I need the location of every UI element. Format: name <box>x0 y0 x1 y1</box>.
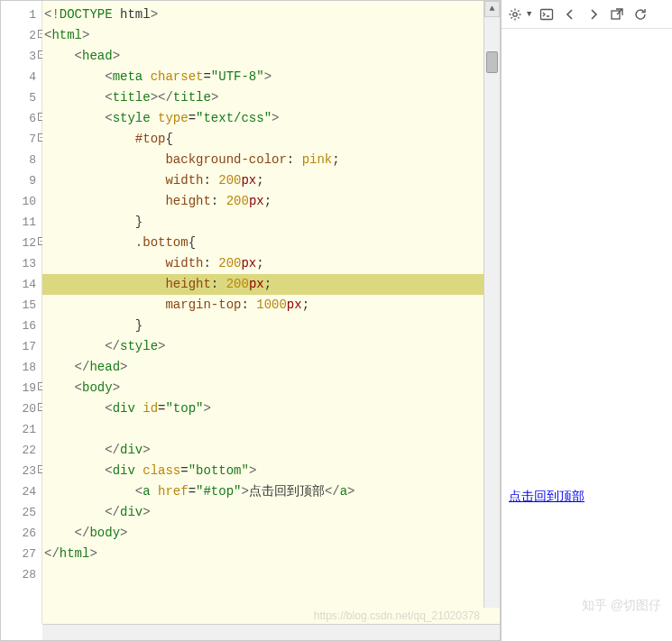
line-number[interactable]: 5 <box>1 87 41 108</box>
code-line[interactable]: <meta charset="UTF-8"> <box>42 67 500 87</box>
code-line[interactable]: <head> <box>42 46 500 67</box>
code-line[interactable]: <html> <box>42 25 500 46</box>
back-icon[interactable] <box>562 6 578 23</box>
line-number[interactable]: 3− <box>1 46 41 67</box>
line-number[interactable]: 27 <box>1 544 41 564</box>
line-number[interactable]: 14 <box>1 274 41 295</box>
code-line[interactable] <box>42 564 500 585</box>
line-number[interactable]: 15 <box>1 295 41 316</box>
code-line[interactable]: <a href="#top">点击回到顶部</a> <box>42 481 500 502</box>
svg-point-0 <box>513 12 517 15</box>
code-line[interactable]: <title></title> <box>42 87 500 108</box>
line-number[interactable]: 26 <box>1 523 41 544</box>
code-line[interactable]: height: 200px; <box>42 191 500 212</box>
line-number[interactable]: 9 <box>1 170 41 191</box>
line-number[interactable]: 12− <box>1 233 41 253</box>
line-number[interactable]: 4 <box>1 67 41 87</box>
editor-body: 12−3−456−7−89101112−13141516171819−20−21… <box>1 1 500 624</box>
svg-rect-2 <box>612 11 620 19</box>
scrollbar-thumb[interactable] <box>486 51 498 73</box>
settings-icon[interactable] <box>507 6 523 23</box>
line-number[interactable]: 11 <box>1 212 41 233</box>
line-number[interactable]: 25 <box>1 502 41 523</box>
preview-panel: ▼ 点击回到顶部 知乎 @切图仔 <box>501 0 672 641</box>
code-line[interactable]: height: 200px; <box>42 274 500 295</box>
code-line[interactable]: </div> <box>42 502 500 523</box>
line-number[interactable]: 6− <box>1 108 41 129</box>
code-line[interactable]: </html> <box>42 544 500 564</box>
editor-panel: 12−3−456−7−89101112−13141516171819−20−21… <box>0 0 501 641</box>
code-line[interactable]: </style> <box>42 336 500 357</box>
code-line[interactable]: </div> <box>42 440 500 461</box>
code-line[interactable]: </body> <box>42 523 500 544</box>
line-number[interactable]: 2− <box>1 25 41 46</box>
horizontal-scrollbar[interactable] <box>42 624 500 640</box>
code-line[interactable]: <div id="top"> <box>42 398 500 419</box>
ide-container: 12−3−456−7−89101112−13141516171819−20−21… <box>0 0 672 641</box>
code-line[interactable]: </head> <box>42 357 500 378</box>
refresh-icon[interactable] <box>632 6 649 23</box>
line-number[interactable]: 22 <box>1 440 41 461</box>
watermark-zhihu: 知乎 @切图仔 <box>582 598 661 614</box>
back-to-top-link[interactable]: 点击回到顶部 <box>509 489 585 505</box>
line-number[interactable]: 20− <box>1 398 41 419</box>
line-number[interactable]: 21 <box>1 419 41 440</box>
code-line[interactable]: <body> <box>42 378 500 398</box>
vertical-scrollbar[interactable]: ▲ <box>483 1 500 608</box>
line-number[interactable]: 1 <box>1 5 41 25</box>
code-line[interactable]: } <box>42 316 500 336</box>
svg-rect-1 <box>541 9 553 19</box>
scroll-up-arrow[interactable]: ▲ <box>484 1 500 17</box>
code-line[interactable]: .bottom{ <box>42 233 500 253</box>
code-line[interactable]: } <box>42 212 500 233</box>
code-line[interactable]: background-color: pink; <box>42 150 500 170</box>
line-number[interactable]: 13 <box>1 253 41 274</box>
code-line[interactable]: <!DOCTYPE html> <box>42 5 500 25</box>
line-number[interactable]: 18 <box>1 357 41 378</box>
line-number[interactable]: 7− <box>1 129 41 150</box>
line-number[interactable]: 17 <box>1 336 41 357</box>
line-number[interactable]: 8 <box>1 150 41 170</box>
code-line[interactable]: #top{ <box>42 129 500 150</box>
gutter: 12−3−456−7−89101112−13141516171819−20−21… <box>1 1 42 624</box>
code-line[interactable]: width: 200px; <box>42 170 500 191</box>
chevron-down-icon[interactable]: ▼ <box>527 10 531 19</box>
external-icon[interactable] <box>609 6 625 23</box>
console-icon[interactable] <box>539 6 555 23</box>
line-number[interactable]: 23− <box>1 461 41 481</box>
code-line[interactable] <box>42 419 500 440</box>
line-number[interactable]: 16 <box>1 316 41 336</box>
line-number[interactable]: 24 <box>1 481 41 502</box>
line-number[interactable]: 19− <box>1 378 41 398</box>
code-line[interactable]: <div class="bottom"> <box>42 461 500 481</box>
forward-icon[interactable] <box>585 6 602 23</box>
watermark-url: https://blog.csdn.net/qq_21020378 <box>314 609 480 622</box>
preview-toolbar: ▼ <box>502 0 672 29</box>
code-area[interactable]: <!DOCTYPE html><html> <head> <meta chars… <box>42 1 500 624</box>
code-line[interactable]: margin-top: 1000px; <box>42 295 500 316</box>
line-number[interactable]: 10 <box>1 191 41 212</box>
preview-content[interactable]: 点击回到顶部 知乎 @切图仔 <box>502 29 672 641</box>
code-line[interactable]: width: 200px; <box>42 253 500 274</box>
line-number[interactable]: 28 <box>1 564 41 585</box>
code-line[interactable]: <style type="text/css"> <box>42 108 500 129</box>
